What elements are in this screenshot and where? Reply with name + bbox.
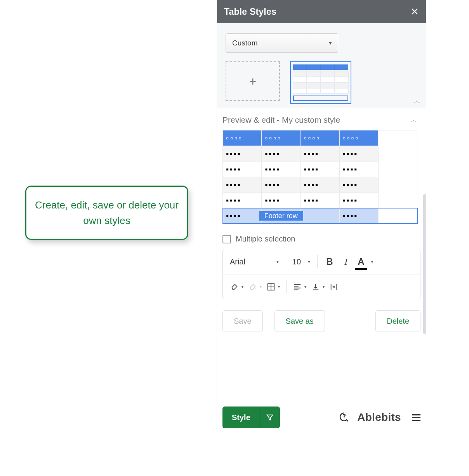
delete-label: Delete bbox=[387, 317, 409, 325]
style-button-label: Style bbox=[232, 413, 250, 422]
row-tooltip: Footer row bbox=[259, 211, 303, 221]
svg-point-1 bbox=[344, 416, 345, 418]
style-category-select[interactable]: Custom bbox=[226, 33, 338, 53]
font-size-select[interactable]: 10 ▼ bbox=[290, 257, 313, 266]
caret-down-icon: ▾ bbox=[241, 285, 243, 289]
menu-icon[interactable] bbox=[412, 413, 420, 422]
italic-button[interactable]: I bbox=[338, 257, 354, 267]
multiple-selection-label: Multiple selection bbox=[236, 235, 295, 243]
save-as-button[interactable]: Save as bbox=[274, 310, 325, 332]
font-family-value: Arial bbox=[230, 257, 245, 266]
collapse-top-icon[interactable]: ︿ bbox=[413, 96, 420, 106]
format-toolbar: Arial ▼ 10 ▼ B I A ▾ bbox=[222, 249, 420, 299]
table-row: ▪▪▪▪▪▪▪▪▪▪▪▪▪▪▪▪ bbox=[223, 193, 417, 208]
apply-style-button[interactable]: Style bbox=[222, 407, 280, 428]
preview-section-header: Preview & edit - My custom style ︿ bbox=[217, 108, 426, 127]
horizontal-align-button[interactable]: ▾ bbox=[290, 282, 309, 292]
preview-area: ▫▫▫▫▫▫▫▫▫▫▫▫▫▫▫▫ ▪▪▪▪▪▪▪▪▪▪▪▪▪▪▪▪ ▪▪▪▪▪▪… bbox=[217, 127, 426, 229]
caret-down-icon: ▾ bbox=[304, 285, 306, 289]
add-style-button[interactable]: ＋ bbox=[226, 61, 280, 101]
panel-title: Table Styles bbox=[224, 7, 276, 17]
delete-button[interactable]: Delete bbox=[375, 310, 420, 332]
borders-button[interactable]: ▾ bbox=[264, 282, 282, 292]
table-row: ▪▪▪▪▪▪▪▪▪▪▪▪▪▪▪▪ bbox=[223, 162, 417, 177]
brand-label: Ablebits bbox=[357, 411, 401, 424]
help-icon[interactable] bbox=[337, 411, 349, 424]
panel-header: Table Styles ✕ bbox=[217, 0, 426, 23]
align-bottom-icon bbox=[311, 282, 320, 292]
preview-table[interactable]: ▫▫▫▫▫▫▫▫▫▫▫▫▫▫▫▫ ▪▪▪▪▪▪▪▪▪▪▪▪▪▪▪▪ ▪▪▪▪▪▪… bbox=[222, 130, 417, 224]
preview-section-title: Preview & edit - My custom style bbox=[222, 115, 340, 125]
text-wrap-icon bbox=[329, 282, 339, 292]
wrap-button[interactable] bbox=[327, 282, 341, 292]
save-as-label: Save as bbox=[286, 317, 314, 325]
alt-fill-color-button[interactable]: ▾ bbox=[246, 282, 264, 292]
action-buttons: Save Save as Delete bbox=[217, 299, 426, 332]
caret-down-icon: ▾ bbox=[323, 285, 325, 289]
save-label: Save bbox=[234, 317, 252, 325]
save-button[interactable]: Save bbox=[222, 310, 263, 332]
style-category-value: Custom bbox=[232, 39, 257, 47]
caret-down-icon: ▾ bbox=[260, 285, 262, 289]
borders-icon bbox=[266, 282, 276, 292]
hint-text: Create, edit, save or delete your own st… bbox=[35, 197, 179, 229]
bold-button[interactable]: B bbox=[321, 256, 338, 267]
collapse-preview-icon[interactable]: ︿ bbox=[410, 115, 417, 125]
caret-down-icon: ▾ bbox=[371, 260, 373, 264]
hint-callout: Create, edit, save or delete your own st… bbox=[25, 186, 188, 240]
filter-icon[interactable] bbox=[260, 407, 280, 428]
checkbox-icon bbox=[222, 235, 231, 243]
vertical-align-button[interactable]: ▾ bbox=[309, 282, 327, 292]
paint-bucket-icon bbox=[230, 282, 239, 292]
font-family-select[interactable]: Arial ▼ bbox=[228, 257, 282, 266]
fill-color-button[interactable]: ▾ bbox=[228, 282, 246, 292]
font-size-value: 10 bbox=[292, 257, 301, 266]
plus-icon: ＋ bbox=[247, 74, 258, 89]
close-icon[interactable]: ✕ bbox=[410, 6, 419, 18]
style-selector-section: Custom ▼ ＋ ︿ bbox=[217, 23, 426, 108]
scrollbar-thumb[interactable] bbox=[423, 194, 426, 334]
caret-down-icon: ▾ bbox=[278, 285, 280, 289]
multiple-selection-toggle[interactable]: Multiple selection bbox=[217, 229, 426, 247]
align-left-icon bbox=[293, 282, 302, 292]
caret-down-icon: ▼ bbox=[276, 260, 280, 264]
table-row: ▫▫▫▫▫▫▫▫▫▫▫▫▫▫▫▫ bbox=[223, 130, 417, 146]
panel-footer: Style Ablebits bbox=[217, 400, 426, 437]
caret-down-icon: ▼ bbox=[307, 260, 311, 264]
table-styles-sidebar: Table Styles ✕ Custom ▼ ＋ bbox=[217, 0, 426, 437]
table-row: ▪▪▪▪▪▪▪▪▪▪▪▪▪▪▪▪ bbox=[223, 146, 417, 162]
paint-bucket-icon bbox=[248, 282, 257, 292]
text-color-button[interactable]: A ▾ bbox=[354, 256, 375, 267]
table-row-footer: ▪▪▪▪ ▪▪▪ Footer row ▪▪▪▪ bbox=[223, 208, 417, 224]
style-thumbnail-selected[interactable] bbox=[290, 61, 351, 104]
table-row: ▪▪▪▪▪▪▪▪▪▪▪▪▪▪▪▪ bbox=[223, 177, 417, 193]
